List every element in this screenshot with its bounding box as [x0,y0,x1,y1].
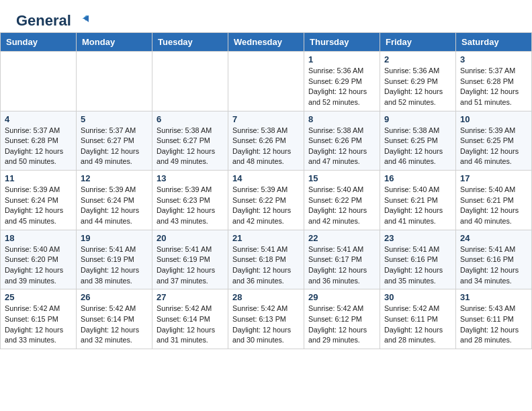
calendar-table: SundayMondayTuesdayWednesdayThursdayFrid… [0,32,532,349]
day-info: Sunrise: 5:43 AM Sunset: 6:11 PM Dayligh… [460,304,527,346]
calendar-cell: 25Sunrise: 5:42 AM Sunset: 6:15 PM Dayli… [1,289,77,349]
day-info: Sunrise: 5:38 AM Sunset: 6:27 PM Dayligh… [157,126,224,168]
logo: General [16,12,89,27]
calendar-cell: 2Sunrise: 5:36 AM Sunset: 6:29 PM Daylig… [380,52,456,111]
day-number: 21 [232,233,300,243]
calendar-cell: 18Sunrise: 5:40 AM Sunset: 6:20 PM Dayli… [1,230,77,289]
day-info: Sunrise: 5:41 AM Sunset: 6:16 PM Dayligh… [384,244,451,287]
day-info: Sunrise: 5:40 AM Sunset: 6:21 PM Dayligh… [384,185,451,227]
day-info: Sunrise: 5:39 AM Sunset: 6:22 PM Dayligh… [232,185,300,227]
day-number: 18 [5,233,72,243]
day-number: 19 [81,233,148,243]
day-number: 27 [157,292,224,302]
day-info: Sunrise: 5:36 AM Sunset: 6:29 PM Dayligh… [308,66,375,108]
day-number: 6 [157,114,224,124]
day-number: 2 [384,54,451,64]
calendar-cell: 30Sunrise: 5:42 AM Sunset: 6:11 PM Dayli… [380,289,456,349]
day-info: Sunrise: 5:39 AM Sunset: 6:23 PM Dayligh… [157,185,224,227]
day-info: Sunrise: 5:37 AM Sunset: 6:27 PM Dayligh… [81,126,148,168]
day-number: 1 [308,54,375,64]
day-number: 26 [81,292,148,302]
day-info: Sunrise: 5:41 AM Sunset: 6:17 PM Dayligh… [308,244,375,287]
day-info: Sunrise: 5:37 AM Sunset: 6:28 PM Dayligh… [460,66,527,108]
calendar-cell: 31Sunrise: 5:43 AM Sunset: 6:11 PM Dayli… [456,289,532,349]
calendar-cell: 20Sunrise: 5:41 AM Sunset: 6:19 PM Dayli… [152,230,228,289]
day-number: 14 [232,173,300,183]
day-number: 22 [308,233,375,243]
calendar-cell: 16Sunrise: 5:40 AM Sunset: 6:21 PM Dayli… [380,171,456,230]
calendar-cell: 1Sunrise: 5:36 AM Sunset: 6:29 PM Daylig… [304,52,380,111]
calendar-cell [228,52,304,111]
day-number: 8 [308,114,375,124]
day-info: Sunrise: 5:41 AM Sunset: 6:19 PM Dayligh… [81,244,148,287]
day-info: Sunrise: 5:42 AM Sunset: 6:13 PM Dayligh… [232,304,300,346]
day-number: 30 [384,292,451,302]
calendar-cell [1,52,77,111]
day-info: Sunrise: 5:39 AM Sunset: 6:25 PM Dayligh… [460,126,527,168]
calendar-cell: 27Sunrise: 5:42 AM Sunset: 6:14 PM Dayli… [152,289,228,349]
calendar-cell: 17Sunrise: 5:40 AM Sunset: 6:21 PM Dayli… [456,171,532,230]
logo-text-general: General [16,12,71,30]
day-number: 11 [5,173,72,183]
calendar-header-tuesday: Tuesday [152,33,228,52]
day-number: 25 [5,292,72,302]
calendar-cell: 21Sunrise: 5:41 AM Sunset: 6:18 PM Dayli… [228,230,304,289]
day-number: 7 [232,114,300,124]
page-header: General [0,0,532,32]
calendar-cell: 10Sunrise: 5:39 AM Sunset: 6:25 PM Dayli… [456,111,532,171]
calendar-cell: 29Sunrise: 5:42 AM Sunset: 6:12 PM Dayli… [304,289,380,349]
calendar-header-saturday: Saturday [456,33,532,52]
day-info: Sunrise: 5:41 AM Sunset: 6:18 PM Dayligh… [232,244,300,287]
day-number: 12 [81,173,148,183]
calendar-week-1: 1Sunrise: 5:36 AM Sunset: 6:29 PM Daylig… [1,52,532,111]
calendar-header-wednesday: Wednesday [228,33,304,52]
calendar-cell: 14Sunrise: 5:39 AM Sunset: 6:22 PM Dayli… [228,171,304,230]
calendar-cell: 3Sunrise: 5:37 AM Sunset: 6:28 PM Daylig… [456,52,532,111]
day-info: Sunrise: 5:40 AM Sunset: 6:21 PM Dayligh… [460,185,527,227]
calendar-cell: 9Sunrise: 5:38 AM Sunset: 6:25 PM Daylig… [380,111,456,171]
calendar-cell [152,52,228,111]
calendar-cell: 7Sunrise: 5:38 AM Sunset: 6:26 PM Daylig… [228,111,304,171]
day-number: 20 [157,233,224,243]
day-info: Sunrise: 5:38 AM Sunset: 6:25 PM Dayligh… [384,126,451,168]
day-info: Sunrise: 5:42 AM Sunset: 6:11 PM Dayligh… [384,304,451,346]
day-info: Sunrise: 5:36 AM Sunset: 6:29 PM Dayligh… [384,66,451,108]
day-number: 5 [81,114,148,124]
day-number: 17 [460,173,527,183]
day-number: 15 [308,173,375,183]
calendar-header-sunday: Sunday [1,33,77,52]
day-number: 28 [232,292,300,302]
calendar-week-5: 25Sunrise: 5:42 AM Sunset: 6:15 PM Dayli… [1,289,532,349]
calendar-header-monday: Monday [77,33,152,52]
day-number: 29 [308,292,375,302]
day-number: 9 [384,114,451,124]
calendar-header-friday: Friday [380,33,456,52]
day-info: Sunrise: 5:37 AM Sunset: 6:28 PM Dayligh… [5,126,72,168]
day-info: Sunrise: 5:38 AM Sunset: 6:26 PM Dayligh… [232,126,300,168]
day-info: Sunrise: 5:39 AM Sunset: 6:24 PM Dayligh… [5,185,72,227]
calendar-week-4: 18Sunrise: 5:40 AM Sunset: 6:20 PM Dayli… [1,230,532,289]
day-info: Sunrise: 5:39 AM Sunset: 6:24 PM Dayligh… [81,185,148,227]
day-number: 23 [384,233,451,243]
day-info: Sunrise: 5:41 AM Sunset: 6:16 PM Dayligh… [460,244,527,287]
day-info: Sunrise: 5:40 AM Sunset: 6:22 PM Dayligh… [308,185,375,227]
calendar-cell: 8Sunrise: 5:38 AM Sunset: 6:26 PM Daylig… [304,111,380,171]
calendar-cell: 15Sunrise: 5:40 AM Sunset: 6:22 PM Dayli… [304,171,380,230]
day-info: Sunrise: 5:42 AM Sunset: 6:14 PM Dayligh… [81,304,148,346]
calendar-cell: 26Sunrise: 5:42 AM Sunset: 6:14 PM Dayli… [77,289,152,349]
day-info: Sunrise: 5:42 AM Sunset: 6:15 PM Dayligh… [5,304,72,346]
day-number: 31 [460,292,527,302]
day-info: Sunrise: 5:41 AM Sunset: 6:19 PM Dayligh… [157,244,224,287]
calendar-cell: 22Sunrise: 5:41 AM Sunset: 6:17 PM Dayli… [304,230,380,289]
day-number: 24 [460,233,527,243]
logo-icon [74,13,89,28]
day-info: Sunrise: 5:40 AM Sunset: 6:20 PM Dayligh… [5,244,72,287]
calendar-cell: 4Sunrise: 5:37 AM Sunset: 6:28 PM Daylig… [1,111,77,171]
calendar-cell: 19Sunrise: 5:41 AM Sunset: 6:19 PM Dayli… [77,230,152,289]
day-number: 10 [460,114,527,124]
calendar-header-thursday: Thursday [304,33,380,52]
calendar-body: 1Sunrise: 5:36 AM Sunset: 6:29 PM Daylig… [1,52,532,349]
calendar-week-2: 4Sunrise: 5:37 AM Sunset: 6:28 PM Daylig… [1,111,532,171]
day-info: Sunrise: 5:42 AM Sunset: 6:14 PM Dayligh… [157,304,224,346]
day-number: 4 [5,114,72,124]
